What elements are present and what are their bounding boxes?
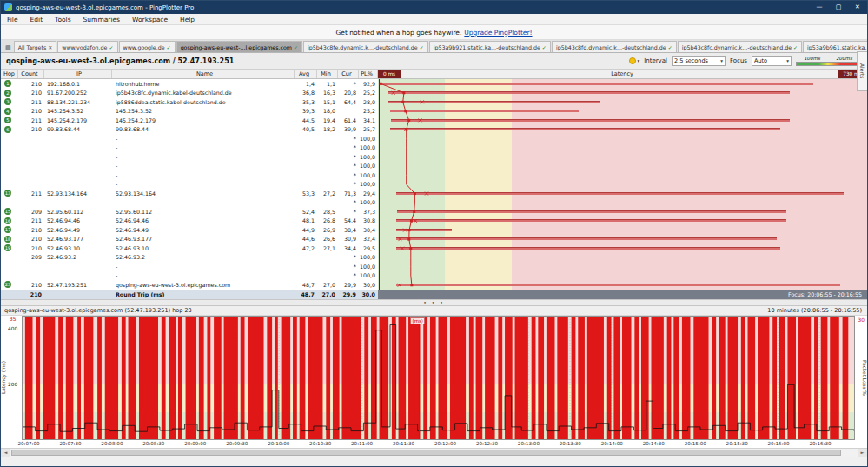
- ip-cell: 88.134.221.234: [44, 97, 112, 107]
- time-tick-label: 20:16:30: [809, 441, 831, 446]
- avg-cell: 48,1: [295, 217, 317, 226]
- pane-splitter[interactable]: • • •: [1, 299, 867, 306]
- table-row[interactable]: 2321052.47.193.251qosping-aws-eu-west-3.…: [1, 280, 867, 290]
- avg-cell: 35,3: [295, 97, 317, 107]
- cur-cell: *: [338, 180, 359, 190]
- scroll-left-arrow[interactable]: ◄: [1, 449, 10, 457]
- count-cell: [18, 198, 44, 208]
- timeline-plot[interactable]: (ms): [22, 316, 855, 440]
- cur-cell: 54,4: [338, 217, 359, 226]
- latency-graph-cell: [378, 207, 867, 217]
- targets-menu-icon[interactable]: ▤: [3, 44, 14, 52]
- table-row[interactable]: 621099.83.68.4499.83.68.4440,518,239,925…: [1, 125, 867, 135]
- minimize-button[interactable]: —: [810, 1, 829, 14]
- table-row[interactable]: 221091.67.200.252ip5b43c8fc.dynamic.kabe…: [1, 89, 867, 98]
- maximize-button[interactable]: ▢: [829, 1, 848, 14]
- table-row[interactable]: 1621152.46.94.4652.46.94.4648,126,854,43…: [1, 217, 867, 226]
- table-row[interactable]: 1210192.168.0.1hitronhub.home1,41,1*92,9: [1, 79, 867, 89]
- alerts-side-tab[interactable]: Alerts: [857, 51, 867, 91]
- menu-workspace[interactable]: Workspace: [126, 14, 174, 25]
- min-cell: [317, 162, 338, 171]
- table-row[interactable]: 4210145.254.3.52145.254.3.5239,318,025,2: [1, 107, 867, 117]
- avg-cell: [295, 170, 317, 180]
- hop-cell: 3: [1, 97, 18, 107]
- ip-cell: [44, 143, 112, 153]
- cursor-label: (ms): [410, 317, 425, 324]
- interval-select[interactable]: 2,5 seconds ▾: [672, 56, 726, 66]
- table-row[interactable]: 1921052.46.93.1052.46.93.1047,227,134,42…: [1, 244, 867, 253]
- hop-number-badge: 3: [4, 98, 11, 105]
- focus-select[interactable]: Auto ▾: [752, 56, 792, 66]
- upgrade-link[interactable]: Upgrade PingPlotter!: [464, 29, 532, 37]
- name-cell: 52.46.93.177: [112, 235, 295, 244]
- alert-status-button[interactable]: ▾: [629, 57, 639, 64]
- packet-loss-cell: 100,0: [359, 262, 378, 271]
- target-tab[interactable]: ip5b43c8fc.dynamic.k...-deutschland.de✓: [678, 41, 802, 52]
- hop-number-badge: 23: [4, 281, 11, 288]
- ip-cell: 192.168.0.1: [44, 79, 112, 89]
- cur-cell: 39,9: [338, 125, 359, 135]
- column-header-latency: Latency0 ms730 ms: [378, 70, 867, 78]
- column-header-ip[interactable]: IP: [44, 70, 112, 78]
- horizontal-scrollbar[interactable]: ◄ ►: [1, 448, 867, 457]
- table-row[interactable]: 1520952.95.60.11252.95.60.11252,428,5*37…: [1, 207, 867, 217]
- table-row[interactable]: 20952.46.93.252.46.93.2*100,0: [1, 253, 867, 263]
- avg-cell: 44,9: [295, 225, 317, 235]
- hop-cell: [1, 271, 18, 281]
- table-row[interactable]: -*100,0: [1, 271, 867, 281]
- tab-close-icon[interactable]: ✕: [48, 44, 52, 50]
- menu-edit[interactable]: Edit: [24, 14, 50, 25]
- ip-cell: 91.67.200.252: [44, 89, 112, 98]
- ip-cell: 52.47.193.251: [44, 280, 112, 290]
- upgrade-banner: Get notified when a hop goes haywire. Up…: [1, 25, 867, 40]
- table-row[interactable]: -*100,0: [1, 134, 867, 143]
- table-row[interactable]: -*100,0: [1, 162, 867, 171]
- table-row[interactable]: -*100,0: [1, 170, 867, 180]
- latency-graph-cell: [378, 189, 867, 198]
- target-tab[interactable]: qosping-aws-eu-west-...l.epicgames.com✓: [176, 41, 302, 52]
- table-row[interactable]: 321188.134.221.234ip5886ddea.static.kabe…: [1, 97, 867, 107]
- menu-file[interactable]: File: [1, 14, 24, 25]
- count-cell: 210: [18, 89, 44, 98]
- target-tab[interactable]: ip5b43c8fe.dynamic.k...-deutschland.de✓: [303, 41, 428, 52]
- scroll-right-arrow[interactable]: ►: [858, 449, 867, 457]
- latency-range-bar: [396, 284, 840, 286]
- table-row[interactable]: 1321152.93.134.16452.93.134.16453,327,27…: [1, 189, 867, 198]
- table-row[interactable]: -*100,0: [1, 180, 867, 190]
- latency-tick-400: 400: [8, 326, 17, 331]
- column-header-count[interactable]: Count: [18, 70, 44, 78]
- ip-cell: [44, 152, 112, 162]
- target-tab[interactable]: ip5b43c8fd.dynamic.k...-deutschland.de✓: [552, 41, 677, 52]
- hop-number-badge: 19: [4, 244, 11, 251]
- hop-cell: 19: [1, 244, 18, 253]
- column-header-hop[interactable]: Hop: [1, 70, 18, 78]
- column-header-cur[interactable]: Cur: [338, 70, 359, 78]
- target-tab[interactable]: www.google.de✓: [119, 41, 176, 52]
- interval-label: Interval: [644, 57, 667, 64]
- avg-cell: [295, 162, 317, 171]
- table-row[interactable]: -*100,0: [1, 262, 867, 271]
- menu-summaries[interactable]: Summaries: [77, 14, 126, 25]
- table-row[interactable]: -*100,0: [1, 198, 867, 208]
- latency-graph-cell: [378, 116, 867, 125]
- column-header-pl[interactable]: PL%: [359, 70, 378, 78]
- timeline-range: 10 minutes (20:06:55 - 20:16:55): [767, 307, 862, 314]
- hop-cell: 15: [1, 207, 18, 217]
- table-row[interactable]: 1821052.46.93.17752.46.93.17744,626,630,…: [1, 235, 867, 244]
- target-tab[interactable]: All Targets✕: [14, 41, 57, 52]
- column-header-min[interactable]: Min: [317, 70, 338, 78]
- target-tab[interactable]: www.vodafon.de✓: [57, 41, 117, 52]
- menu-help[interactable]: Help: [174, 14, 201, 25]
- column-header-name[interactable]: Name: [112, 70, 295, 78]
- table-row[interactable]: -*100,0: [1, 152, 867, 162]
- table-row[interactable]: -*100,0: [1, 143, 867, 153]
- menu-tools[interactable]: Tools: [49, 14, 76, 25]
- close-button[interactable]: ✕: [848, 1, 867, 14]
- scrollbar-thumb[interactable]: [11, 450, 841, 456]
- column-header-avg[interactable]: Avg: [295, 70, 317, 78]
- target-tab[interactable]: ip53a9b921.static.ka...-deutschland.de✓: [429, 41, 551, 52]
- ip-cell: 52.46.93.10: [44, 244, 112, 253]
- table-row[interactable]: 5211145.254.2.179145.254.2.17944,519,461…: [1, 116, 867, 125]
- table-row[interactable]: 1721052.46.94.4952.46.94.4944,926,938,43…: [1, 225, 867, 235]
- avg-cell: [295, 198, 317, 208]
